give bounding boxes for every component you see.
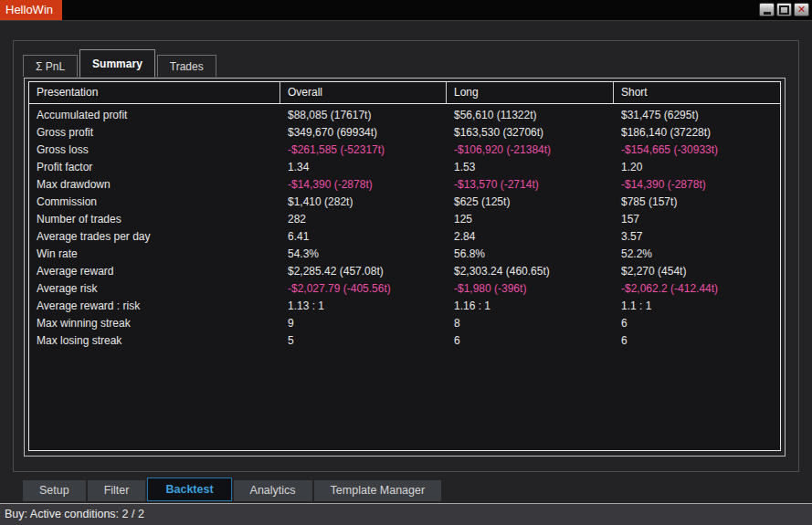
window-controls: ✕ xyxy=(759,3,809,16)
cell-value: 54.3% xyxy=(280,246,447,263)
cell-label: Profit factor xyxy=(29,159,280,176)
cell-value: -$106,920 (-21384t) xyxy=(447,142,614,159)
tab-analytics[interactable]: Analytics xyxy=(234,480,312,501)
cell-value: $88,085 (17617t) xyxy=(280,107,447,124)
cell-value: 1.34 xyxy=(280,159,447,176)
cell-label: Max drawdown xyxy=(29,176,280,194)
table-row: Max drawdown-$14,390 (-2878t)-$13,570 (-… xyxy=(29,176,780,194)
cell-value: -$261,585 (-52317t) xyxy=(280,142,447,159)
tab-trades[interactable]: Trades xyxy=(157,55,216,77)
cell-value: $2,303.24 (460.65t) xyxy=(447,263,614,280)
title-bar: HelloWin ✕ xyxy=(0,0,812,21)
cell-label: Accumulated profit xyxy=(29,107,280,124)
cell-value: 56.8% xyxy=(447,246,614,263)
cell-value: $785 (157t) xyxy=(614,194,780,211)
cell-label: Number of trades xyxy=(29,211,280,228)
cell-value: -$154,665 (-30933t) xyxy=(614,142,780,159)
cell-value: -$1,980 (-396t) xyxy=(447,280,614,298)
summary-tab-page: PresentationOverallLongShort Accumulated… xyxy=(24,78,786,457)
column-header-short: Short xyxy=(614,82,780,103)
status-text: Buy: Active conditions: 2 / 2 xyxy=(0,504,812,524)
cell-label: Average reward xyxy=(29,263,280,280)
table-row: Profit factor1.341.531.20 xyxy=(29,159,780,176)
table-row: Gross profit$349,670 (69934t)$163,530 (3… xyxy=(29,124,780,142)
tab-backtest[interactable]: Backtest xyxy=(147,478,231,501)
cell-value: $1,410 (282t) xyxy=(280,194,447,211)
cell-value: 5 xyxy=(280,332,447,350)
summary-table: PresentationOverallLongShort Accumulated… xyxy=(28,81,781,451)
cell-value: 3.57 xyxy=(614,228,780,246)
cell-value: 2.84 xyxy=(447,228,614,246)
minimize-icon xyxy=(764,12,771,15)
table-header-row: PresentationOverallLongShort xyxy=(29,82,780,104)
tab-filter[interactable]: Filter xyxy=(88,480,146,501)
table-row: Accumulated profit$88,085 (17617t)$56,61… xyxy=(29,107,780,124)
cell-value: $186,140 (37228t) xyxy=(614,124,780,142)
cell-value: $349,670 (69934t) xyxy=(280,124,447,142)
cell-value: $163,530 (32706t) xyxy=(447,124,614,142)
cell-label: Gross profit xyxy=(29,124,280,142)
cell-value: $2,270 (454t) xyxy=(614,263,780,280)
cell-value: -$14,390 (-2878t) xyxy=(280,176,447,194)
tab-summary[interactable]: Summary xyxy=(79,49,155,78)
status-bar: Buy: Active conditions: 2 / 2 xyxy=(0,503,812,525)
cell-label: Gross loss xyxy=(29,142,280,159)
cell-value: -$2,027.79 (-405.56t) xyxy=(280,280,447,298)
close-button[interactable]: ✕ xyxy=(794,3,809,16)
table-row: Number of trades282125157 xyxy=(29,211,780,228)
cell-label: Max losing streak xyxy=(29,332,280,350)
cell-value: 9 xyxy=(280,315,447,332)
cell-value: 1.13 : 1 xyxy=(280,298,447,315)
cell-label: Max winning streak xyxy=(29,315,280,332)
cell-label: Average reward : risk xyxy=(29,298,280,315)
cell-value: 6 xyxy=(614,315,780,332)
table-row: Average trades per day6.412.843.57 xyxy=(29,228,780,246)
maximize-icon xyxy=(779,5,789,15)
cell-value: $56,610 (11322t) xyxy=(447,107,614,124)
table-row: Average risk-$2,027.79 (-405.56t)-$1,980… xyxy=(29,280,780,298)
cell-value: 282 xyxy=(280,211,447,228)
minimize-button[interactable] xyxy=(759,3,775,16)
table-row: Average reward$2,285.42 (457.08t)$2,303.… xyxy=(29,263,780,280)
app-title: HelloWin xyxy=(0,0,62,20)
tab-setup[interactable]: Setup xyxy=(23,480,86,501)
table-row: Gross loss-$261,585 (-52317t)-$106,920 (… xyxy=(29,142,780,159)
column-header-overall: Overall xyxy=(280,82,447,103)
cell-value: 6 xyxy=(447,332,614,350)
table-row: Max losing streak566 xyxy=(29,332,780,350)
cell-value: 1.20 xyxy=(614,159,780,176)
cell-value: 52.2% xyxy=(614,246,780,263)
cell-value: 157 xyxy=(614,211,780,228)
cell-value: $31,475 (6295t) xyxy=(614,107,780,124)
app-window: HelloWin ✕ Σ PnLSummaryTrades Presentati… xyxy=(0,0,812,525)
table-rows: Accumulated profit$88,085 (17617t)$56,61… xyxy=(29,104,780,350)
main-panel: Σ PnLSummaryTrades PresentationOverallLo… xyxy=(13,40,799,472)
table-row: Average reward : risk1.13 : 11.16 : 11.1… xyxy=(29,298,780,315)
cell-value: -$13,570 (-2714t) xyxy=(447,176,614,194)
cell-value: 1.16 : 1 xyxy=(447,298,614,315)
cell-value: 125 xyxy=(447,211,614,228)
cell-value: -$14,390 (-2878t) xyxy=(614,176,780,194)
cell-value: 6.41 xyxy=(280,228,447,246)
tab-pnl[interactable]: Σ PnL xyxy=(23,55,78,77)
cell-value: 1.53 xyxy=(447,159,614,176)
table-row: Commission$1,410 (282t)$625 (125t)$785 (… xyxy=(29,194,780,211)
maximize-button[interactable] xyxy=(776,3,792,16)
cell-value: 8 xyxy=(447,315,614,332)
table-row: Max winning streak986 xyxy=(29,315,780,332)
table-row: Win rate54.3%56.8%52.2% xyxy=(29,246,780,263)
cell-label: Win rate xyxy=(29,246,280,263)
cell-label: Average trades per day xyxy=(29,228,280,246)
bottom-tab-strip: SetupFilterBacktestAnalyticsTemplate Man… xyxy=(23,477,441,501)
top-tab-strip: Σ PnLSummaryTrades xyxy=(23,49,218,77)
close-icon: ✕ xyxy=(797,5,806,15)
cell-value: $2,285.42 (457.08t) xyxy=(280,263,447,280)
column-header-long: Long xyxy=(447,82,614,103)
cell-value: 6 xyxy=(614,332,780,350)
cell-value: -$2,062.2 (-412.44t) xyxy=(614,280,780,298)
cell-label: Commission xyxy=(29,194,280,211)
tab-template-manager[interactable]: Template Manager xyxy=(314,480,442,501)
column-header-presentation: Presentation xyxy=(29,82,280,103)
cell-label: Average risk xyxy=(29,280,280,298)
cell-value: $625 (125t) xyxy=(447,194,614,211)
